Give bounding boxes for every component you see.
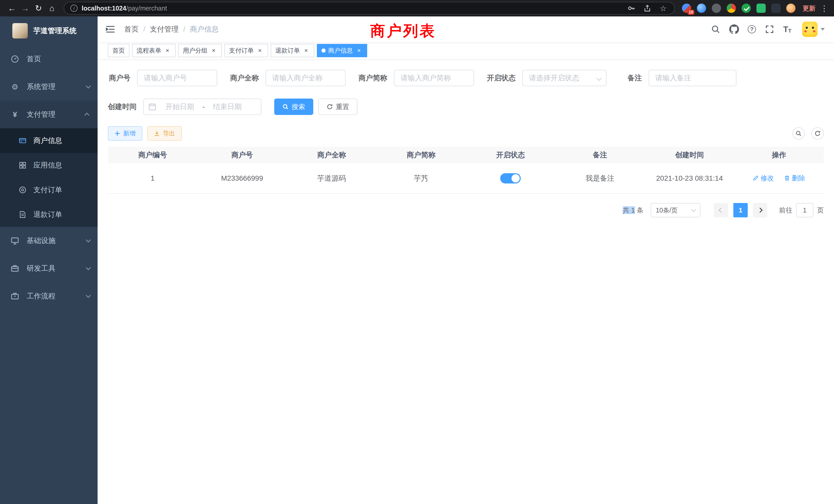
sidebar-item-home[interactable]: 首页 xyxy=(0,45,97,73)
tab-home[interactable]: 首页 xyxy=(108,44,129,57)
search-icon xyxy=(282,104,289,110)
column-header: 操作 xyxy=(734,147,824,163)
tab-merchant-info[interactable]: 商户信息× xyxy=(317,44,367,57)
user-avatar-menu[interactable] xyxy=(802,22,825,37)
page-size-select[interactable]: 10条/页 xyxy=(651,203,701,217)
github-icon[interactable] xyxy=(729,24,739,34)
field-label: 商户简称 xyxy=(358,73,394,83)
tab-refund-order[interactable]: 退款订单× xyxy=(271,44,314,57)
tab-process-form[interactable]: 流程表单× xyxy=(132,44,176,57)
active-dot xyxy=(322,48,326,53)
cell-id: 1 xyxy=(108,163,197,193)
toggle-search-button[interactable] xyxy=(792,127,805,140)
delete-link[interactable]: 删除 xyxy=(784,174,805,183)
page-number-button[interactable]: 1 xyxy=(733,203,748,217)
breadcrumb-item[interactable]: 首页 xyxy=(124,24,139,34)
toolbox-icon xyxy=(10,264,20,273)
bookmark-star-icon[interactable]: ☆ xyxy=(658,3,668,13)
export-button[interactable]: 导出 xyxy=(147,126,182,141)
browser-forward-icon[interactable]: → xyxy=(19,2,32,15)
trash-icon xyxy=(784,175,790,181)
cell-merchant-no: M233666999 xyxy=(197,163,287,193)
address-bar[interactable]: i localhost:1024/pay/merchant ☆ xyxy=(64,2,675,15)
merchant-no-input[interactable] xyxy=(137,70,217,86)
search-button[interactable]: 搜索 xyxy=(274,98,313,115)
goto-page-input[interactable] xyxy=(796,203,813,217)
browser-reload-icon[interactable]: ↻ xyxy=(32,2,45,15)
filter-remark: 备注 xyxy=(619,70,737,86)
extension-icon[interactable] xyxy=(786,4,795,13)
sidebar-item-pay-order[interactable]: 支付订单 xyxy=(0,178,97,202)
sidebar-item-workflow[interactable]: 工作流程 xyxy=(0,282,97,310)
sidebar-item-infrastructure[interactable]: 基础设施 xyxy=(0,227,97,255)
browser-update-button[interactable]: 更新 xyxy=(803,4,815,13)
edit-link[interactable]: 修改 xyxy=(753,174,774,183)
sidebar-item-system[interactable]: ⚙ 系统管理 xyxy=(0,73,97,100)
font-size-icon[interactable]: TT xyxy=(783,25,791,33)
password-key-icon[interactable] xyxy=(627,3,636,13)
remark-input[interactable] xyxy=(649,70,737,86)
chevron-down-icon xyxy=(86,84,91,89)
full-name-input[interactable] xyxy=(265,70,346,86)
extension-icon[interactable]: 10 xyxy=(682,4,691,13)
browser-back-icon[interactable]: ← xyxy=(5,2,19,15)
main-area: 首页 / 支付管理 / 商户信息 商户列表 ? TT xyxy=(97,17,834,504)
sidebar-item-merchant-info[interactable]: 商户信息 xyxy=(0,128,97,153)
tab-pay-order[interactable]: 支付订单× xyxy=(224,44,268,57)
sidebar-logo[interactable]: 芋道管理系统 xyxy=(0,17,97,45)
url-host: localhost:1024 xyxy=(82,5,126,12)
monitor-icon xyxy=(10,236,20,245)
short-name-input[interactable] xyxy=(394,70,474,86)
date-range-picker[interactable]: - xyxy=(143,98,261,115)
hamburger-icon[interactable] xyxy=(105,24,115,35)
page-unit-label: 页 xyxy=(817,206,824,215)
sidebar-item-app-info[interactable]: 应用信息 xyxy=(0,153,97,178)
pagination: 共 1 条 10条/页 1 前往 页 xyxy=(108,203,824,217)
sidebar-item-refund-order[interactable]: 退款订单 xyxy=(0,202,97,227)
extension-icon[interactable] xyxy=(756,4,766,13)
extension-icon[interactable] xyxy=(771,4,781,13)
close-icon[interactable]: × xyxy=(210,47,217,54)
extension-icon[interactable] xyxy=(742,4,751,13)
sidebar-item-dev-tools[interactable]: 研发工具 xyxy=(0,255,97,282)
end-date-input[interactable] xyxy=(206,102,249,111)
field-label: 开启状态 xyxy=(487,73,522,83)
help-icon[interactable]: ? xyxy=(748,25,756,33)
merchant-table: 商户编号 商户号 商户全称 商户简称 开启状态 备注 创建时间 操作 1 M23… xyxy=(108,147,824,194)
reset-button[interactable]: 重置 xyxy=(319,98,357,115)
add-button[interactable]: 新增 xyxy=(108,126,142,141)
filter-row-2: 创建时间 - 搜索 xyxy=(108,98,824,115)
extension-icon[interactable] xyxy=(697,4,706,13)
status-toggle[interactable] xyxy=(500,173,521,183)
prev-page-button[interactable] xyxy=(714,203,728,217)
browser-home-icon[interactable]: ⌂ xyxy=(45,2,59,15)
fullscreen-icon[interactable] xyxy=(765,24,774,34)
goto-label: 前往 xyxy=(779,206,792,215)
share-icon[interactable] xyxy=(642,3,652,13)
extension-icon[interactable] xyxy=(712,4,721,13)
close-icon[interactable]: × xyxy=(256,47,263,54)
site-info-icon[interactable]: i xyxy=(70,5,78,12)
next-page-button[interactable] xyxy=(753,203,767,217)
sidebar-item-label: 应用信息 xyxy=(34,160,62,170)
refresh-table-button[interactable] xyxy=(811,127,824,140)
extension-icon[interactable] xyxy=(727,4,736,13)
browser-menu-icon[interactable]: ⋮ xyxy=(820,4,829,13)
status-select-input[interactable] xyxy=(522,70,607,86)
tab-user-group[interactable]: 用户分组× xyxy=(178,44,222,57)
dashboard-icon xyxy=(10,55,20,63)
breadcrumb-item[interactable]: 支付管理 xyxy=(150,24,179,34)
sidebar-item-payment[interactable]: ¥ 支付管理 xyxy=(0,100,97,128)
logo-title: 芋道管理系统 xyxy=(34,26,76,36)
header-search-icon[interactable] xyxy=(711,24,721,34)
sidebar-item-label: 退款订单 xyxy=(34,210,62,220)
chevron-up-icon xyxy=(84,113,89,118)
start-date-input[interactable] xyxy=(158,102,201,111)
close-icon[interactable]: × xyxy=(164,47,171,54)
column-header: 开启状态 xyxy=(466,147,555,163)
close-icon[interactable]: × xyxy=(303,47,310,54)
close-icon[interactable]: × xyxy=(355,47,363,54)
briefcase-icon xyxy=(10,292,20,300)
status-select[interactable] xyxy=(522,70,607,86)
table-toolbar: 新增 导出 xyxy=(108,126,824,141)
